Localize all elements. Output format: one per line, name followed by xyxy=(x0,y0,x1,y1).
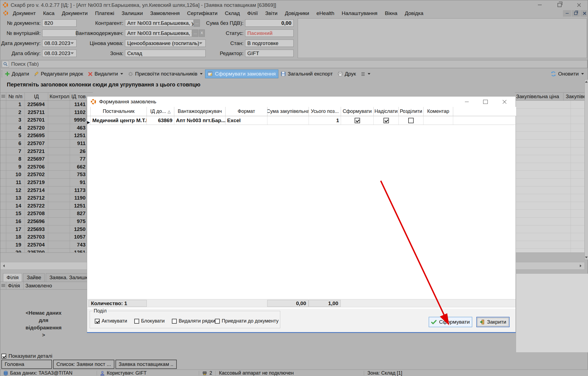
column-header-purchase-price[interactable]: Закупівельна ціна △ xyxy=(515,93,563,100)
table-row[interactable]: 6 225707 911 xyxy=(0,140,93,148)
show-details-checkbox[interactable] xyxy=(1,354,6,359)
column-header-iddoc[interactable]: ІД до... △ xyxy=(147,107,174,116)
table-row[interactable]: 19 225704 743 xyxy=(0,241,93,249)
table-row[interactable]: 11 225719 91 xyxy=(0,179,93,187)
table-row[interactable]: 14 225722 1251 xyxy=(0,202,93,210)
menu-item[interactable]: Вікна xyxy=(385,10,397,16)
add-button[interactable]: Додати xyxy=(2,70,32,78)
dialog-minimize-button[interactable] xyxy=(461,98,473,106)
menu-item[interactable]: Філії xyxy=(247,10,258,16)
filia-grid-corner[interactable] xyxy=(0,282,6,289)
column-header-format[interactable]: Формат xyxy=(226,107,267,116)
column-header-control[interactable]: Контроль xyxy=(48,93,70,100)
scroll-right-button[interactable] xyxy=(578,263,583,269)
dialog-maximize-button[interactable] xyxy=(479,98,491,106)
column-header-send[interactable]: Надіслати xyxy=(374,107,399,116)
column-header-filia[interactable]: Філія xyxy=(6,282,24,289)
menu-item[interactable]: eHealth xyxy=(316,10,334,16)
tab-zaive[interactable]: Зайве xyxy=(23,273,45,282)
dialog-close-button[interactable] xyxy=(498,98,510,106)
export-button[interactable]: Загальний експорт xyxy=(278,70,335,78)
dialog-title-bar[interactable]: Формування замовлень xyxy=(87,97,516,107)
send-checkbox[interactable] xyxy=(383,118,389,123)
menu-item[interactable]: Довідники xyxy=(285,10,309,16)
table-row[interactable]: 12 225714 1173 xyxy=(0,187,93,194)
column-header-consignee[interactable]: Вантажоодержувач xyxy=(174,107,226,116)
table-row[interactable]: 20 225700 1251 xyxy=(0,249,93,253)
menu-item[interactable]: Налаштування xyxy=(342,10,377,16)
table-row-right[interactable] xyxy=(515,101,588,109)
table-row[interactable]: 9 225706 662 xyxy=(0,163,93,171)
search-button[interactable] xyxy=(2,61,9,67)
menu-item[interactable]: Документи xyxy=(62,10,88,16)
table-row-right[interactable] xyxy=(515,163,588,171)
table-row-right[interactable] xyxy=(515,124,588,132)
scroll-left-button[interactable] xyxy=(1,263,7,269)
menu-item[interactable]: Замовлення xyxy=(150,10,180,16)
table-row[interactable]: 5 225695 1251 xyxy=(0,132,93,140)
table-row-right[interactable] xyxy=(515,179,588,187)
column-header-positions[interactable]: Усього поз... xyxy=(309,107,341,116)
table-row-right[interactable] xyxy=(515,202,588,210)
group-by-bar[interactable]: Перетягніть заголовок колонки сюди для у… xyxy=(0,79,588,92)
column-header-sum[interactable]: Сума закупівельна xyxy=(267,107,309,116)
table-row-right[interactable] xyxy=(515,148,588,155)
grid-corner-button[interactable] xyxy=(0,93,6,100)
menu-item[interactable]: Довідка xyxy=(405,10,423,16)
table-row[interactable]: 18 225703 1057 xyxy=(0,233,93,241)
refresh-dropdown-icon[interactable] xyxy=(581,73,584,75)
table-row[interactable]: 7 225721 26 xyxy=(0,148,93,155)
delete-button[interactable]: Видалити xyxy=(86,70,126,78)
table-row[interactable]: 8 225697 77 xyxy=(0,155,93,163)
mdi-minimize-button[interactable] xyxy=(563,10,571,17)
minimize-button[interactable] xyxy=(534,1,546,8)
table-row[interactable]: 10 225702 753 xyxy=(0,171,93,179)
table-row-right[interactable] xyxy=(515,116,588,124)
tab-holovna[interactable]: Головна xyxy=(1,360,52,369)
delete-dropdown-icon[interactable] xyxy=(120,73,123,75)
split-checkbox[interactable] xyxy=(408,118,414,123)
menu-item[interactable]: Звіти xyxy=(265,10,278,16)
scroll-up-button[interactable] xyxy=(585,80,588,84)
close-button[interactable] xyxy=(573,1,585,8)
restore-button[interactable] xyxy=(553,1,566,8)
mdi-close-button[interactable] xyxy=(580,10,588,17)
list-options-dropdown-icon[interactable] xyxy=(368,73,370,75)
column-header-split[interactable]: Розділити xyxy=(399,107,424,116)
scroll-down-button[interactable] xyxy=(585,255,588,260)
column-header-form[interactable]: Сформувати xyxy=(341,107,374,116)
table-row-right[interactable] xyxy=(515,233,588,241)
form-checkbox[interactable] xyxy=(355,118,360,123)
menu-item[interactable]: Платежі xyxy=(95,10,114,16)
assign-suppliers-dropdown-icon[interactable] xyxy=(200,73,203,75)
menu-item[interactable]: Документ xyxy=(13,10,36,16)
table-row-right[interactable] xyxy=(515,218,588,225)
close-dialog-button[interactable]: Закрити xyxy=(476,317,510,327)
tab-filia[interactable]: Філія xyxy=(3,273,22,282)
table-row-right[interactable] xyxy=(515,132,588,140)
block-checkbox[interactable] xyxy=(134,319,139,324)
column-header-ordered[interactable]: Замовлено xyxy=(24,282,86,289)
tab-zayavka-postachalnykam[interactable]: Заявка поставщикам .. xyxy=(115,360,177,369)
table-row-right[interactable] xyxy=(515,155,588,163)
table-row-right[interactable] xyxy=(515,225,588,233)
table-row-right[interactable] xyxy=(515,171,588,179)
table-row[interactable]: 3 225701 9990 xyxy=(0,116,93,124)
assign-suppliers-button[interactable]: Присвоїти постачальників xyxy=(126,70,205,78)
contragent-field[interactable]: Апт №003 пгт.Барышевка, ул.Киев xyxy=(125,19,194,27)
form-order-button[interactable]: Сформувати замовлення xyxy=(205,70,278,78)
table-row-right[interactable] xyxy=(515,194,588,202)
table-row-right[interactable] xyxy=(515,109,588,116)
table-row-right[interactable] xyxy=(515,249,588,253)
table-row[interactable]: 16 225696 975 xyxy=(0,218,93,225)
dialog-grid-row[interactable]: Медичний центр М.Т.К. 63869 Апт №003 пгт… xyxy=(87,116,516,125)
table-row-right[interactable] xyxy=(515,241,588,249)
mdi-restore-button[interactable] xyxy=(572,10,580,17)
table-row[interactable]: 1 225694 1141 xyxy=(0,101,93,109)
table-row-right[interactable] xyxy=(515,210,588,218)
attach-checkbox[interactable] xyxy=(215,319,220,324)
consignee-field[interactable]: Апт №003 пгт.Барышевка, ул.К xyxy=(125,29,192,37)
column-header-comment[interactable]: Коментар xyxy=(424,107,453,116)
table-row[interactable]: 4 225720 463 xyxy=(0,124,93,132)
column-header-supplier[interactable]: Постачальник xyxy=(91,107,147,116)
